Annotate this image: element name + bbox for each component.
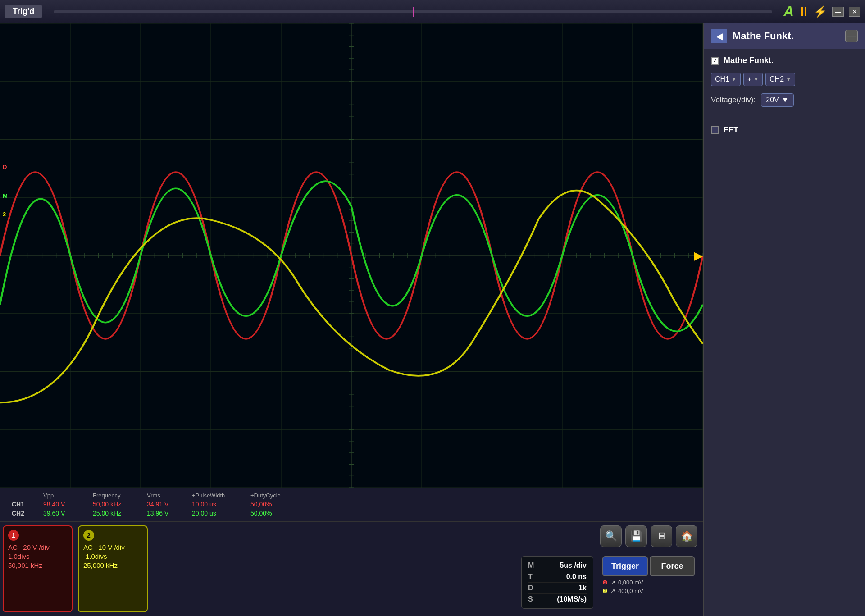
meas-header-vrms: Vrms — [144, 491, 189, 500]
topbar: Trig'd A ⏸ ⚡ — ✕ — [0, 0, 865, 23]
mathe-funkt-row: Mathe Funkt. — [711, 56, 858, 65]
ch1-voltage: 20 V /div — [23, 543, 49, 551]
ch1-trig-value: 0,000 mV — [618, 579, 643, 586]
meas-ch1-vrms: 34,91 V — [144, 500, 189, 509]
ch-label-m: M — [1, 192, 9, 200]
ch2-select[interactable]: CH2 ▼ — [765, 73, 795, 86]
mtds-panel: M 5us /div T 0.0 ns D 1k S — [521, 556, 593, 609]
voltage-select-value: 20V — [766, 96, 778, 104]
ch1-coupling: AC — [8, 543, 18, 551]
mtds-t-row: T 0.0 ns — [528, 571, 587, 583]
voltage-label: Voltage(/div): — [711, 96, 756, 105]
voltage-select[interactable]: 20V ▼ — [761, 93, 793, 107]
mtds-trig-row: M 5us /div T 0.0 ns D 1k S — [519, 552, 697, 612]
trig-ch1-row: ❶ ↗ 0,000 mV — [602, 578, 695, 587]
ch2-coupling: AC — [83, 543, 93, 551]
scope-display: D M 2 ▶ — [0, 23, 703, 488]
ch2-trig-value: 400,0 mV — [618, 588, 643, 594]
ch1-info-box[interactable]: 1 AC 20 V /div 1.0divs 50,001 kHz — [3, 525, 73, 612]
home-icon[interactable]: 🏠 — [676, 525, 697, 547]
right-controls-panel: 🔍 💾 🖥 🏠 M 5us /div T — [513, 522, 703, 616]
ch1-divs: 1.0divs — [8, 552, 67, 560]
panel-body: Mathe Funkt. CH1 ▼ + ▼ CH2 ▼ Volta — [704, 49, 865, 616]
mtds-m-value: 5us /div — [560, 561, 587, 570]
panel-back-button[interactable]: ◀ — [711, 29, 727, 43]
ch2-coupling-voltage: AC 10 V /div — [83, 543, 142, 551]
mathe-funkt-checkbox[interactable] — [711, 57, 719, 65]
meas-ch2-vpp: 39,60 V — [41, 509, 90, 518]
mtds-d-row: D 1k — [528, 583, 587, 594]
scope-wrapper: D M 2 ▶ Vpp Frequency Vrms +PulseWidth +… — [0, 23, 703, 616]
timebase-line — [54, 10, 772, 13]
meas-ch1-pulse: 10,00 us — [189, 500, 248, 509]
measurements-bar: Vpp Frequency Vrms +PulseWidth +DutyCycl… — [0, 488, 703, 521]
trigger-status: Trig'd — [5, 5, 42, 18]
ch-label-2: 2 — [1, 210, 8, 218]
ch1-badge: 1 — [8, 530, 19, 541]
panel-divider — [711, 116, 858, 116]
formula-row: CH1 ▼ + ▼ CH2 ▼ — [711, 73, 858, 86]
force-button[interactable]: Force — [650, 556, 695, 576]
trig-ch2-row: ❷ ↗ 400,0 mV — [602, 587, 695, 595]
close-button[interactable]: ✕ — [849, 7, 860, 17]
ch1-frequency: 50,001 kHz — [8, 561, 67, 569]
right-arrow-indicator: ▶ — [694, 249, 703, 263]
pause-icon[interactable]: ⏸ — [797, 4, 810, 19]
meas-ch1-label: CH1 — [9, 500, 41, 509]
mtds-s-value: (10MS/s) — [557, 595, 587, 603]
panel-title: Mathe Funkt. — [733, 30, 840, 42]
operator-select[interactable]: + ▼ — [743, 73, 763, 86]
operator-select-arrow: ▼ — [753, 76, 759, 82]
meas-header-duty: +DutyCycle — [248, 491, 297, 500]
mtds-d-key: D — [528, 584, 533, 592]
ch1-trig-arrow: ↗ — [610, 579, 615, 586]
trigger-button[interactable]: Trigger — [602, 556, 648, 576]
ch2-divs: -1.0divs — [83, 552, 142, 560]
fft-row: FFT — [711, 125, 858, 135]
meas-ch2-pulse: 20,00 us — [189, 509, 248, 518]
main-area: D M 2 ▶ Vpp Frequency Vrms +PulseWidth +… — [0, 23, 865, 616]
bolt-icon: ⚡ — [814, 5, 827, 18]
ch2-badge: 2 — [83, 530, 94, 541]
trigger-force-panel: Trigger Force ❶ ↗ 0,000 mV ❷ ↗ — [602, 556, 695, 595]
tf-buttons-row: Trigger Force — [602, 556, 695, 576]
icon-row: 🔍 💾 🖥 🏠 — [600, 525, 697, 547]
ch1-trig-dot: ❶ — [602, 579, 608, 586]
mtds-m-key: M — [528, 561, 534, 570]
trigger-values: ❶ ↗ 0,000 mV ❷ ↗ 400,0 mV — [602, 578, 695, 595]
operator-select-label: + — [747, 75, 751, 83]
voltage-row: Voltage(/div): 20V ▼ — [711, 93, 858, 107]
channel-a-icon: A — [783, 3, 794, 20]
measurements-table: Vpp Frequency Vrms +PulseWidth +DutyCycl… — [9, 491, 694, 518]
ch1-select[interactable]: CH1 ▼ — [711, 73, 741, 86]
meas-ch2-vrms: 13,96 V — [144, 509, 189, 518]
ch2-select-arrow: ▼ — [786, 76, 791, 82]
ch2-info-box[interactable]: 2 AC 10 V /div -1.0divs 25,000 kHz — [78, 525, 148, 612]
mtds-s-row: S (10MS/s) — [528, 594, 587, 605]
ch1-coupling-voltage: AC 20 V /div — [8, 543, 67, 551]
waveform-svg — [0, 23, 703, 488]
minimize-button[interactable]: — — [832, 7, 844, 17]
meas-ch2-label: CH2 — [9, 509, 41, 518]
fft-checkbox[interactable] — [711, 126, 719, 134]
bottom-bar: 1 AC 20 V /div 1.0divs 50,001 kHz 2 AC 1… — [0, 521, 703, 616]
ch1-select-arrow: ▼ — [731, 76, 737, 82]
zoom-icon[interactable]: 🔍 — [600, 525, 622, 547]
meas-ch1-vpp: 98,40 V — [41, 500, 90, 509]
timebase-marker — [413, 7, 414, 17]
ch1-select-label: CH1 — [715, 75, 729, 83]
ch2-frequency: 25,000 kHz — [83, 561, 142, 569]
mtds-m-row: M 5us /div — [528, 560, 587, 571]
mathe-funkt-label: Mathe Funkt. — [724, 56, 774, 65]
save-icon[interactable]: 💾 — [625, 525, 647, 547]
mtds-s-key: S — [528, 595, 533, 603]
fft-label: FFT — [724, 125, 738, 135]
mtds-t-value: 0.0 ns — [566, 573, 587, 581]
meas-ch2-duty: 50,00% — [248, 509, 297, 518]
mtds-t-key: T — [528, 573, 533, 581]
ch2-select-label: CH2 — [769, 75, 784, 83]
meas-header-vpp: Vpp — [41, 491, 90, 500]
screen-icon[interactable]: 🖥 — [651, 525, 672, 547]
panel-minimize-button[interactable]: — — [845, 30, 858, 42]
ch2-trig-arrow: ↗ — [610, 588, 615, 594]
